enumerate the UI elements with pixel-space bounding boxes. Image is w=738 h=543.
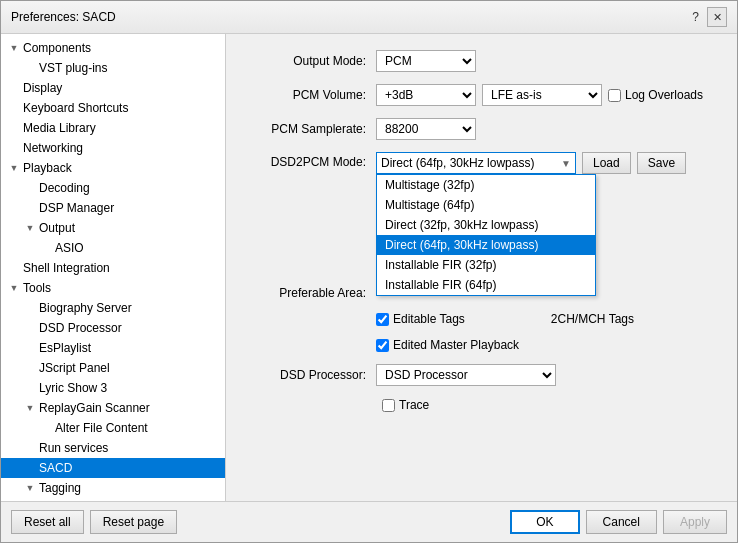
sidebar-label-sacd: SACD [37,461,72,475]
sidebar-item-dsp-manager[interactable]: DSP Manager [1,198,225,218]
multichannel-tags-text: 2CH/MCH Tags [551,312,634,326]
sidebar-item-media-library[interactable]: Media Library [1,118,225,138]
sidebar-label-decoding: Decoding [37,181,90,195]
editable-tags-row: Editable Tags 2CH/MCH Tags [246,312,717,326]
dsd2pcm-select[interactable]: Direct (64fp, 30kHz lowpass) ▼ [376,152,576,174]
dropdown-option-fir32[interactable]: Installable FIR (32fp) [377,255,595,275]
sidebar-label-asio: ASIO [53,241,84,255]
output-mode-controls: PCMDSDDoP [376,50,476,72]
sidebar-item-biography-server[interactable]: Biography Server [1,298,225,318]
dsd2pcm-dropdown-list: Multistage (32fp) Multistage (64fp) Dire… [376,174,596,296]
sidebar-item-alter-file-content[interactable]: Alter File Content [1,418,225,438]
expand-icon-alter-file-content [39,421,53,435]
sidebar: ▼ComponentsVST plug-insDisplayKeyboard S… [1,34,226,501]
save-button[interactable]: Save [637,152,686,174]
sidebar-item-sacd[interactable]: SACD [1,458,225,478]
sidebar-label-replaygain-scanner: ReplayGain Scanner [37,401,150,415]
dropdown-option-multistage64[interactable]: Multistage (64fp) [377,195,595,215]
dsd-processor-select[interactable]: DSD Processor [376,364,556,386]
sidebar-item-vst-plugins[interactable]: VST plug-ins [1,58,225,78]
expand-icon-jscript-panel [23,361,37,375]
help-button[interactable]: ? [692,10,699,24]
title-controls: ? ✕ [692,7,727,27]
sidebar-item-keyboard-shortcuts[interactable]: Keyboard Shortcuts [1,98,225,118]
editable-tags-text: Editable Tags [393,312,465,326]
dropdown-option-fir64[interactable]: Installable FIR (64fp) [377,275,595,295]
expand-icon-vst-plugins [23,61,37,75]
editable-tags-checkbox[interactable] [376,313,389,326]
sidebar-label-playback: Playback [21,161,72,175]
dsd2pcm-dropdown-container: Direct (64fp, 30kHz lowpass) ▼ Multistag… [376,152,576,174]
sidebar-item-networking[interactable]: Networking [1,138,225,158]
dropdown-option-direct32[interactable]: Direct (32fp, 30kHz lowpass) [377,215,595,235]
sidebar-label-components: Components [21,41,91,55]
trace-text: Trace [399,398,429,412]
pcm-samplerate-select[interactable]: 4410088200176400 [376,118,476,140]
output-mode-select[interactable]: PCMDSDDoP [376,50,476,72]
sidebar-item-decoding[interactable]: Decoding [1,178,225,198]
expand-icon-sacd [23,461,37,475]
sidebar-item-asio[interactable]: ASIO [1,238,225,258]
sidebar-label-dsd-processor: DSD Processor [37,321,122,335]
expand-icon-lyric-show-3 [23,381,37,395]
sidebar-item-output[interactable]: ▼Output [1,218,225,238]
edited-master-controls: Edited Master Playback [376,338,519,352]
expand-icon-dsp-manager [23,201,37,215]
expand-icon-keyboard-shortcuts [7,101,21,115]
close-button[interactable]: ✕ [707,7,727,27]
sidebar-label-shell-integration: Shell Integration [21,261,110,275]
sidebar-item-replaygain-scanner[interactable]: ▼ReplayGain Scanner [1,398,225,418]
sidebar-item-display[interactable]: Display [1,78,225,98]
dsd-processor-controls: DSD Processor [376,364,556,386]
sidebar-label-networking: Networking [21,141,83,155]
cancel-button[interactable]: Cancel [586,510,657,534]
sidebar-item-dsd-processor[interactable]: DSD Processor [1,318,225,338]
dsd-processor-label: DSD Processor: [246,368,376,382]
expand-icon-media-library [7,121,21,135]
sidebar-label-vst-plugins: VST plug-ins [37,61,107,75]
preferable-area-label: Preferable Area: [246,286,376,300]
editable-tags-label: Editable Tags [376,312,465,326]
edited-master-text: Edited Master Playback [393,338,519,352]
sidebar-label-dsp-manager: DSP Manager [37,201,114,215]
log-overloads-text: Log Overloads [625,88,703,102]
reset-all-button[interactable]: Reset all [11,510,84,534]
dsd2pcm-selected-text: Direct (64fp, 30kHz lowpass) [381,156,561,170]
ok-button[interactable]: OK [510,510,579,534]
pcm-volume-select[interactable]: +3dB0dB-3dB [376,84,476,106]
sidebar-item-shell-integration[interactable]: Shell Integration [1,258,225,278]
reset-page-button[interactable]: Reset page [90,510,177,534]
trace-row: Trace [246,398,717,412]
dropdown-option-direct64[interactable]: Direct (64fp, 30kHz lowpass) [377,235,595,255]
sidebar-label-keyboard-shortcuts: Keyboard Shortcuts [21,101,128,115]
sidebar-item-tools[interactable]: ▼Tools [1,278,225,298]
apply-button[interactable]: Apply [663,510,727,534]
load-button[interactable]: Load [582,152,631,174]
dsd2pcm-label: DSD2PCM Mode: [246,152,376,169]
sidebar-item-esplaylist[interactable]: EsPlaylist [1,338,225,358]
edited-master-checkbox[interactable] [376,339,389,352]
edited-master-label: Edited Master Playback [376,338,519,352]
sidebar-item-tagging[interactable]: ▼Tagging [1,478,225,498]
sidebar-item-jscript-panel[interactable]: JScript Panel [1,358,225,378]
trace-checkbox[interactable] [382,399,395,412]
sidebar-item-lyric-show-3[interactable]: Lyric Show 3 [1,378,225,398]
edited-master-row: Edited Master Playback [246,338,717,352]
sidebar-label-output: Output [37,221,75,235]
sidebar-item-run-services[interactable]: Run services [1,438,225,458]
dropdown-option-multistage32[interactable]: Multistage (32fp) [377,175,595,195]
pcm-volume-row: PCM Volume: +3dB0dB-3dB LFE as-isLFE +10… [246,84,717,106]
footer-right: OK Cancel Apply [510,510,727,534]
title-bar: Preferences: SACD ? ✕ [1,1,737,34]
output-mode-row: Output Mode: PCMDSDDoP [246,50,717,72]
sidebar-item-components[interactable]: ▼Components [1,38,225,58]
dsd-processor-row: DSD Processor: DSD Processor [246,364,717,386]
log-overloads-checkbox[interactable] [608,89,621,102]
dsd2pcm-controls: Direct (64fp, 30kHz lowpass) ▼ Multistag… [376,152,686,174]
lfe-select[interactable]: LFE as-isLFE +10dB [482,84,602,106]
main-panel: Output Mode: PCMDSDDoP PCM Volume: +3dB0… [226,34,737,501]
expand-icon-display [7,81,21,95]
expand-icon-run-services [23,441,37,455]
sidebar-label-tools: Tools [21,281,51,295]
sidebar-item-playback[interactable]: ▼Playback [1,158,225,178]
